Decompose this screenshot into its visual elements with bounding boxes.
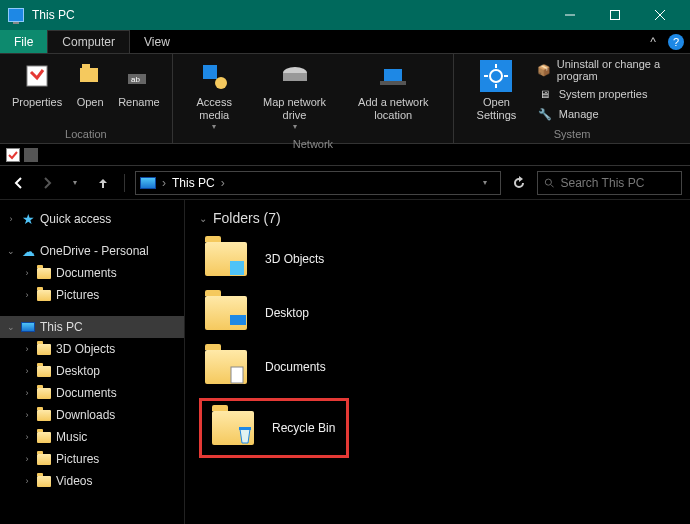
chevron-down-icon: ▾	[293, 122, 297, 132]
add-network-location-button[interactable]: Add a network location	[339, 58, 447, 124]
folder-icon	[36, 266, 52, 280]
this-pc-icon	[20, 320, 36, 334]
rename-icon: ab	[123, 60, 155, 92]
open-settings-button[interactable]: Open Settings	[460, 58, 533, 124]
svg-point-21	[545, 179, 551, 185]
chevron-down-icon: ▾	[212, 122, 216, 132]
nav-3d-objects[interactable]: ›3D Objects	[0, 338, 184, 360]
folder-icon	[36, 386, 52, 400]
folder-desktop[interactable]: Desktop	[199, 290, 359, 336]
svg-rect-5	[80, 68, 98, 82]
properties-icon	[21, 60, 53, 92]
svg-rect-14	[380, 81, 406, 85]
refresh-button[interactable]	[507, 171, 531, 195]
tab-computer[interactable]: Computer	[47, 30, 130, 53]
ribbon-group-network: Access media ▾ Map network drive ▾ Add a…	[173, 54, 454, 143]
this-pc-icon	[140, 177, 156, 189]
manage-button[interactable]: 🔧Manage	[537, 106, 684, 122]
chevron-right-icon: ›	[22, 268, 32, 278]
svg-rect-24	[230, 315, 246, 325]
access-media-button[interactable]: Access media ▾	[179, 58, 250, 134]
svg-rect-25	[231, 367, 243, 383]
content-pane: ⌄ Folders (7) 3D Objects Desktop Documen…	[185, 200, 690, 524]
svg-point-10	[215, 77, 227, 89]
ribbon-group-location: Properties Open ab Rename Location	[0, 54, 173, 143]
tab-view[interactable]: View	[130, 30, 184, 53]
nav-quick-access[interactable]: › ★ Quick access	[0, 208, 184, 230]
folder-icon	[36, 408, 52, 422]
forward-button[interactable]	[36, 172, 58, 194]
nav-music[interactable]: ›Music	[0, 426, 184, 448]
recent-locations-button[interactable]: ▾	[64, 172, 86, 194]
chevron-down-icon: ⌄	[6, 322, 16, 332]
properties-button[interactable]: Properties	[6, 58, 68, 111]
manage-icon: 🔧	[537, 106, 553, 122]
minimize-button[interactable]	[547, 0, 592, 30]
folders-group-header[interactable]: ⌄ Folders (7)	[199, 210, 676, 226]
select-all-checkbox[interactable]	[6, 148, 20, 162]
view-options-swap[interactable]	[24, 148, 38, 162]
rename-button[interactable]: ab Rename	[112, 58, 166, 111]
ribbon-tabs: File Computer View ^ ?	[0, 30, 690, 54]
svg-rect-6	[82, 64, 90, 68]
address-box[interactable]: › This PC › ▾	[135, 171, 501, 195]
navigation-pane: › ★ Quick access ⌄ ☁ OneDrive - Personal…	[0, 200, 185, 524]
nav-onedrive[interactable]: ⌄ ☁ OneDrive - Personal	[0, 240, 184, 262]
maximize-button[interactable]	[592, 0, 637, 30]
map-drive-icon	[279, 60, 311, 92]
uninstall-program-button[interactable]: 📦Uninstall or change a program	[537, 58, 684, 82]
system-properties-button[interactable]: 🖥System properties	[537, 86, 684, 102]
folder-documents[interactable]: Documents	[199, 344, 359, 390]
svg-rect-1	[610, 11, 619, 20]
nav-onedrive-pictures[interactable]: › Pictures	[0, 284, 184, 306]
back-button[interactable]	[8, 172, 30, 194]
title-bar: This PC	[0, 0, 690, 30]
svg-rect-26	[239, 427, 251, 430]
up-button[interactable]	[92, 172, 114, 194]
folder-icon	[212, 411, 254, 445]
help-button[interactable]: ?	[668, 34, 684, 50]
address-bar: ▾ › This PC › ▾	[0, 166, 690, 200]
chevron-right-icon: ›	[6, 214, 16, 224]
add-location-icon	[377, 60, 409, 92]
folders-group-label: Folders (7)	[213, 210, 281, 226]
nav-videos[interactable]: ›Videos	[0, 470, 184, 492]
nav-downloads[interactable]: ›Downloads	[0, 404, 184, 426]
window-title: This PC	[32, 8, 547, 22]
svg-rect-12	[283, 73, 307, 81]
breadcrumb-this-pc[interactable]: This PC	[172, 176, 215, 190]
access-media-icon	[198, 60, 230, 92]
open-button[interactable]: Open	[68, 58, 112, 111]
system-properties-icon: 🖥	[537, 86, 553, 102]
svg-rect-13	[384, 69, 402, 83]
search-box[interactable]	[537, 171, 682, 195]
nav-this-pc[interactable]: ⌄ This PC	[0, 316, 184, 338]
folder-icon	[205, 350, 247, 384]
ribbon-group-system-label: System	[454, 128, 690, 143]
svg-text:ab: ab	[131, 75, 140, 84]
folder-icon	[36, 288, 52, 302]
nav-documents[interactable]: ›Documents	[0, 382, 184, 404]
nav-onedrive-documents[interactable]: › Documents	[0, 262, 184, 284]
folder-recycle-bin[interactable]: Recycle Bin	[199, 398, 349, 458]
folder-icon	[36, 364, 52, 378]
map-network-drive-button[interactable]: Map network drive ▾	[250, 58, 339, 134]
folder-icon	[36, 474, 52, 488]
tab-file[interactable]: File	[0, 30, 47, 53]
cloud-icon: ☁	[20, 244, 36, 258]
folder-icon	[205, 296, 247, 330]
folder-icon	[205, 242, 247, 276]
nav-desktop[interactable]: ›Desktop	[0, 360, 184, 382]
address-dropdown-button[interactable]: ▾	[474, 172, 496, 194]
nav-pictures[interactable]: ›Pictures	[0, 448, 184, 470]
folder-3d-objects[interactable]: 3D Objects	[199, 236, 359, 282]
settings-gear-icon	[480, 60, 512, 92]
svg-rect-23	[230, 261, 244, 275]
ribbon-group-system: Open Settings 📦Uninstall or change a pro…	[454, 54, 690, 143]
chevron-right-icon: ›	[162, 176, 166, 190]
search-input[interactable]	[560, 176, 675, 190]
this-pc-icon	[8, 8, 24, 22]
folder-icon	[36, 452, 52, 466]
close-button[interactable]	[637, 0, 682, 30]
collapse-ribbon-button[interactable]: ^	[644, 30, 662, 53]
